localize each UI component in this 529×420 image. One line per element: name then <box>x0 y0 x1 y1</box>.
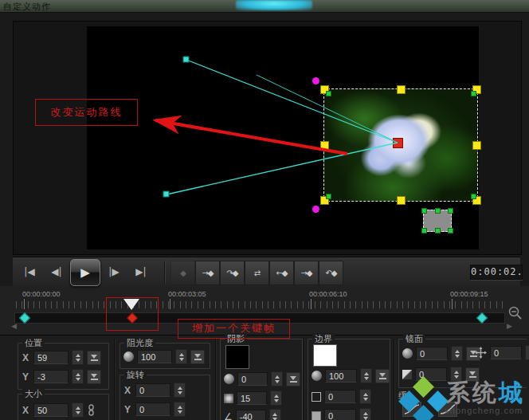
path-rotate-left-button[interactable]: ↷◆ <box>220 261 245 285</box>
border-opacity-input[interactable] <box>325 369 357 383</box>
shadow-color-swatch[interactable] <box>225 345 249 369</box>
corner-handle-tr[interactable] <box>471 91 476 96</box>
toolbar-divider <box>164 261 166 283</box>
watermark-domain: xitongcheng.com <box>445 406 523 415</box>
play-button[interactable]: ▶ <box>70 259 100 286</box>
group-size-title: 大小 <box>22 388 45 400</box>
rotation-y-spinner[interactable] <box>174 402 186 417</box>
path-move-right-button[interactable]: →◆ <box>195 261 220 285</box>
mirror-opacity-icon <box>402 348 413 359</box>
resize-handle-bm[interactable] <box>397 196 406 205</box>
watermark: 系统城 xitongcheng.com <box>402 373 529 420</box>
border-opacity-spinner[interactable] <box>360 368 372 383</box>
shadow-opacity-icon <box>224 374 234 384</box>
opacity-spinner[interactable] <box>175 349 187 364</box>
size-link-icon[interactable] <box>87 404 96 416</box>
shadow-angle-input[interactable] <box>236 410 266 420</box>
group-border-title: 边界 <box>312 333 335 345</box>
timeline-label-0: 00:00:00:00 <box>22 290 61 298</box>
group-mirror-title: 镜面 <box>403 333 425 345</box>
shadow-angle-spinner[interactable] <box>269 409 281 420</box>
titlebar-highlight <box>236 0 312 10</box>
rotate-dot-top[interactable] <box>312 77 319 84</box>
shadow-blur-spinner[interactable] <box>271 371 283 387</box>
mirror-opacity-input[interactable] <box>416 347 448 360</box>
proxy-box[interactable] <box>423 210 452 232</box>
annotation-change-path: 改变运动路线 <box>35 99 138 126</box>
timeline-scroll-left-icon[interactable]: ◀ <box>11 322 17 330</box>
proxy-handle-bl[interactable] <box>421 228 427 234</box>
zoom-out-icon[interactable] <box>508 306 523 320</box>
flower-clip-object[interactable] <box>323 88 478 202</box>
corner-handle-bl[interactable] <box>326 194 331 199</box>
border-ease-button[interactable] <box>375 369 390 383</box>
position-y-label: Y <box>22 371 30 383</box>
previous-frame-button[interactable]: ◀| <box>45 261 69 283</box>
resize-handle-tm[interactable] <box>397 85 406 94</box>
group-rotation-title: 旋转 <box>124 369 147 381</box>
position-x-ease-button[interactable] <box>87 351 101 365</box>
resize-handle-mr[interactable] <box>472 141 481 150</box>
rotation-y-label: Y <box>124 404 132 415</box>
border-soft-icon <box>312 392 321 402</box>
rotation-x-input[interactable] <box>135 383 170 397</box>
position-y-spinner[interactable] <box>72 369 84 384</box>
current-keyframe-marker[interactable] <box>393 138 403 148</box>
dialog-title: 自定义动作 <box>3 1 51 13</box>
border-size-spinner[interactable] <box>359 408 371 420</box>
position-y-ease-button[interactable] <box>87 370 101 384</box>
size-x-input[interactable] <box>33 403 69 417</box>
proxy-handle-tm[interactable] <box>435 208 441 214</box>
proxy-handle-br[interactable] <box>448 228 453 234</box>
opacity-ease-button[interactable] <box>190 350 205 364</box>
proxy-handle-tr[interactable] <box>448 208 453 214</box>
rotation-x-spinner[interactable] <box>174 383 186 398</box>
group-border: 边界 <box>308 339 390 420</box>
column-separator <box>114 339 116 420</box>
shadow-size-input[interactable] <box>237 391 267 405</box>
column-separator <box>394 339 395 420</box>
rotation-y-input[interactable] <box>135 402 170 416</box>
timeline-ruler-ticks <box>16 301 504 308</box>
corner-handle-br[interactable] <box>471 194 476 199</box>
shadow-size-spinner[interactable] <box>270 391 282 406</box>
watermark-logo-diamond-bottom <box>413 405 434 420</box>
timeline-scroll-right-icon[interactable]: ▶ <box>507 322 512 330</box>
border-soft-input[interactable] <box>324 390 356 403</box>
path-move-forward-button[interactable]: →◆ <box>294 261 319 285</box>
group-position-title: 位置 <box>22 337 45 349</box>
path-rotate-right-button[interactable]: ↶◆ <box>319 261 343 285</box>
path-move-left-button[interactable]: ←◆ <box>269 261 294 285</box>
timeline-label-3: 00:00:09:15 <box>450 290 488 298</box>
rotate-dot-bottom[interactable] <box>312 206 319 213</box>
go-to-start-button[interactable]: |◀ <box>18 261 41 283</box>
position-y-input[interactable] <box>33 370 69 383</box>
opacity-input[interactable] <box>137 350 172 363</box>
group-opacity: 阻光度 <box>120 343 210 369</box>
resize-handle-ml[interactable] <box>320 141 329 150</box>
position-x-spinner[interactable] <box>72 350 84 365</box>
proxy-handle-tl[interactable] <box>421 208 427 214</box>
timeline-label-1: 00:00:03:05 <box>168 290 206 298</box>
column-separator <box>304 339 305 420</box>
go-to-end-button[interactable]: ▶| <box>129 261 153 283</box>
border-size-input[interactable] <box>324 409 356 420</box>
path-reverse-button[interactable]: ⇄ <box>245 261 269 285</box>
shadow-angle-icon: ∠ <box>224 412 233 420</box>
position-x-input[interactable] <box>33 351 69 364</box>
group-size: 大小 X <box>18 394 109 420</box>
size-x-spinner[interactable] <box>72 402 84 418</box>
mirror-offset-spinner[interactable] <box>525 345 529 360</box>
mirror-opacity-spinner[interactable] <box>451 346 463 361</box>
corner-handle-tl[interactable] <box>326 91 331 96</box>
group-shadow: 阴影 ∠ <box>220 339 303 420</box>
border-soft-spinner[interactable] <box>359 389 371 404</box>
shadow-blur-input[interactable] <box>237 372 268 386</box>
opacity-icon <box>123 351 134 362</box>
proxy-handle-bm[interactable] <box>435 228 441 234</box>
shadow-ease-button[interactable] <box>286 372 300 387</box>
border-color-swatch[interactable] <box>313 344 337 367</box>
mirror-offset-input[interactable] <box>490 346 522 359</box>
annotation-playhead-box <box>106 297 159 331</box>
next-frame-button[interactable]: |▶ <box>102 261 126 283</box>
